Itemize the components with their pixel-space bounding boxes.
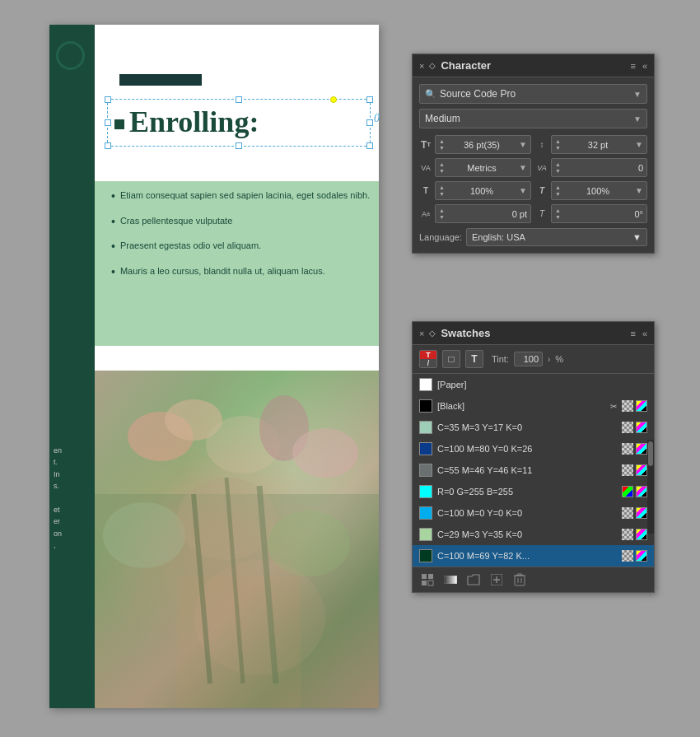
swatch-item-c29[interactable]: C=29 M=3 Y=35 K=0 <box>413 524 654 545</box>
kerning-value-up-icon[interactable]: ▲ <box>555 161 561 167</box>
kerning-type-down-icon[interactable]: ▼ <box>439 168 445 174</box>
panel-menu-icon[interactable]: ≡ <box>630 61 635 71</box>
h-scale-input[interactable]: ▲ ▼ 100% ▼ <box>435 181 531 200</box>
new-color-group-folder-icon[interactable] <box>465 571 482 588</box>
swatch-item-black[interactable]: [Black] ✂ <box>413 395 654 417</box>
font-dropdown-arrow-icon: ▼ <box>633 90 642 99</box>
tint-increment-icon[interactable]: › <box>548 355 550 364</box>
collapse-icon[interactable]: ◇ <box>429 61 436 70</box>
heading-bullet-square <box>114 119 124 129</box>
panel-menu-icon[interactable]: ≡ <box>630 329 635 338</box>
baseline-down-icon[interactable]: ▼ <box>439 214 445 220</box>
cmyk-icon <box>636 507 647 519</box>
doc-heading[interactable]: Enrolling: <box>114 106 363 139</box>
leading-down-icon[interactable]: ▼ <box>555 145 561 151</box>
font-size-up-icon[interactable]: ▲ <box>439 138 445 144</box>
swatches-panel-header-right: ≡ « <box>630 329 647 338</box>
text-icon: T <box>471 353 477 365</box>
swatch-item-icons: ✂ <box>608 400 647 412</box>
kerning-value-down-icon[interactable]: ▼ <box>555 168 561 174</box>
close-icon[interactable]: × <box>419 61 424 71</box>
svg-rect-24 <box>517 574 522 576</box>
bullet-text: Praesent egestas odio vel aliquam. <box>120 240 261 255</box>
v-scale-spinners[interactable]: ▲ ▼ <box>555 184 561 197</box>
swatches-list: [Paper] [Black] ✂ C=35 M=3 Y=17 K=0 C=10… <box>413 374 654 567</box>
swatch-item-c100m69[interactable]: C=100 M=69 Y=82 K... <box>413 545 654 567</box>
swatches-scroll-thumb[interactable] <box>648 441 653 466</box>
checker-icon <box>622 422 633 433</box>
font-size-spinners[interactable]: ▲ ▼ <box>439 138 445 151</box>
size-leading-row: TT ▲ ▼ 36 pt(35) ▼ ↕ ▲ ▼ 32 p <box>419 135 647 154</box>
kerning-value-input[interactable]: ▲ ▼ 0 <box>551 158 647 177</box>
leading-spinners[interactable]: ▲ ▼ <box>555 138 561 151</box>
new-swatch-icon[interactable] <box>488 571 505 588</box>
font-size-dropdown-icon[interactable]: ▼ <box>519 140 527 149</box>
rotation-input[interactable]: ▲ ▼ 0° <box>551 204 647 223</box>
close-icon[interactable]: × <box>419 329 424 338</box>
h-scale-dropdown-icon[interactable]: ▼ <box>519 186 527 195</box>
rotation-up-icon[interactable]: ▲ <box>555 208 561 213</box>
font-size-down-icon[interactable]: ▼ <box>439 145 445 151</box>
kerning-type-dropdown-icon[interactable]: ▼ <box>519 163 527 172</box>
language-label: Language: <box>419 232 462 242</box>
text-fill-icon[interactable]: T / <box>419 350 437 368</box>
font-size-input[interactable]: ▲ ▼ 36 pt(35) ▼ <box>435 135 531 154</box>
swatch-name-c100m69: C=100 M=69 Y=82 K... <box>437 551 617 561</box>
tint-label: Tint: <box>492 354 509 364</box>
selection-handle-tl <box>105 96 111 103</box>
swatch-item-paper[interactable]: [Paper] <box>413 374 654 395</box>
baseline-shift-spinners[interactable]: ▲ ▼ <box>439 208 445 220</box>
bullet-dot: • <box>111 214 115 231</box>
h-scale-up-icon[interactable]: ▲ <box>439 184 445 190</box>
svg-rect-18 <box>444 576 457 584</box>
v-scale-dropdown-icon[interactable]: ▼ <box>635 186 643 195</box>
kerning-type-spinners[interactable]: ▲ ▼ <box>439 161 445 174</box>
font-name-selector[interactable]: 🔍 Source Code Pro ▼ <box>419 84 647 104</box>
bullet-dot: • <box>111 189 115 205</box>
kerning-type-up-icon[interactable]: ▲ <box>439 161 445 167</box>
swatch-item-c100m80[interactable]: C=100 M=80 Y=0 K=26 <box>413 438 654 459</box>
leading-up-icon[interactable]: ▲ <box>555 138 561 144</box>
rotation-spinners[interactable]: ▲ ▼ <box>555 208 561 220</box>
selection-handle-tm <box>236 96 242 103</box>
doc-heading-selection[interactable]: 0 Enrolling: <box>107 99 371 147</box>
swatch-name-black: [Black] <box>437 401 603 411</box>
swatches-toolbar: T / □ T Tint: 100 › % <box>413 345 654 374</box>
swatch-item-c35[interactable]: C=35 M=3 Y=17 K=0 <box>413 417 654 438</box>
expand-icon[interactable]: « <box>642 329 647 338</box>
h-scale-spinners[interactable]: ▲ ▼ <box>439 184 445 197</box>
leading-value: 32 pt <box>588 140 608 150</box>
kerning-value-spinners[interactable]: ▲ ▼ <box>555 161 561 174</box>
fill-indicator-btn[interactable]: □ <box>442 350 460 368</box>
baseline-up-icon[interactable]: ▲ <box>439 208 445 213</box>
collapse-icon[interactable]: ◇ <box>429 329 436 338</box>
cmyk-icon <box>636 422 647 433</box>
leading-input[interactable]: ▲ ▼ 32 pt ▼ <box>551 135 647 154</box>
expand-icon[interactable]: « <box>642 61 647 71</box>
search-icon: 🔍 <box>425 89 436 100</box>
rotation-field-row: T ▲ ▼ 0° <box>535 204 647 223</box>
kerning-type-input[interactable]: ▲ ▼ Metrics ▼ <box>435 158 531 177</box>
swatch-item-rgb[interactable]: R=0 G=255 B=255 <box>413 481 654 502</box>
selection-handle-bl <box>105 142 111 149</box>
v-scale-input[interactable]: ▲ ▼ 100% ▼ <box>551 181 647 200</box>
swatch-item-c100m0[interactable]: C=100 M=0 Y=0 K=0 <box>413 502 654 524</box>
language-dropdown-arrow-icon: ▼ <box>632 232 642 242</box>
swatches-scrollbar[interactable] <box>647 440 654 534</box>
v-scale-up-icon[interactable]: ▲ <box>555 184 561 190</box>
gradient-swatch-icon[interactable] <box>442 571 459 588</box>
language-value: English: USA <box>472 232 525 242</box>
v-scale-down-icon[interactable]: ▼ <box>555 191 561 197</box>
h-scale-down-icon[interactable]: ▼ <box>439 191 445 197</box>
leading-dropdown-icon[interactable]: ▼ <box>635 140 643 149</box>
delete-swatch-icon[interactable] <box>511 571 528 588</box>
language-selector[interactable]: English: USA ▼ <box>466 228 647 246</box>
swatch-item-c55[interactable]: C=55 M=46 Y=46 K=11 <box>413 459 654 481</box>
new-color-group-icon[interactable] <box>419 571 436 588</box>
font-style-selector[interactable]: Medium ▼ <box>419 109 647 128</box>
rotation-down-icon[interactable]: ▼ <box>555 214 561 220</box>
text-swatch-btn[interactable]: T <box>465 350 483 368</box>
heading-text: Enrolling: <box>129 106 259 139</box>
tint-input[interactable]: 100 <box>514 352 543 366</box>
baseline-shift-input[interactable]: ▲ ▼ 0 pt <box>435 204 531 223</box>
